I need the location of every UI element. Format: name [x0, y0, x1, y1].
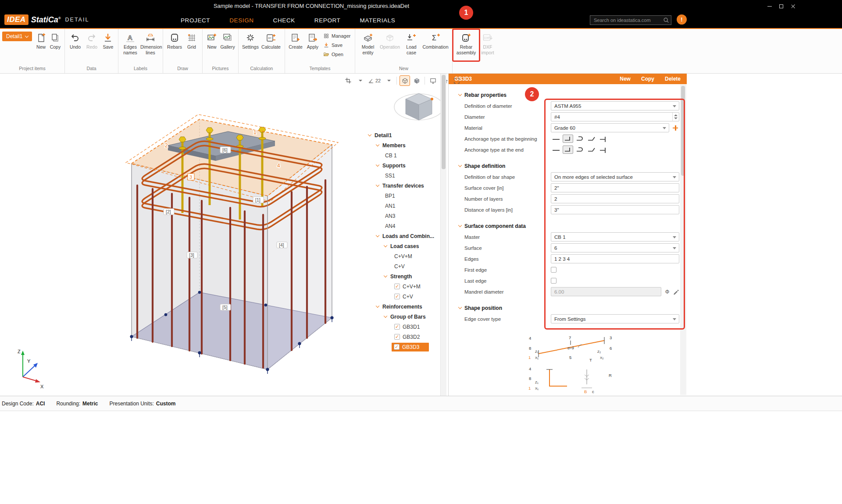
surface-cover-input[interactable]: [551, 183, 679, 192]
tree-item-cv[interactable]: C+V: [366, 261, 443, 271]
zoom-fit-button[interactable]: [451, 75, 462, 86]
crop-view-button[interactable]: [343, 75, 353, 86]
tree-item-bp1[interactable]: BP1: [366, 191, 443, 201]
tree-item-reinforcements[interactable]: Reinforcements: [366, 302, 443, 312]
chevron-down-icon[interactable]: [384, 273, 387, 277]
tree-item-strength-cv[interactable]: C+V: [366, 291, 443, 302]
anchorage-straight-icon[interactable]: [551, 135, 561, 143]
rotation-options-dropdown[interactable]: [383, 75, 394, 86]
save-button[interactable]: Save: [100, 30, 116, 59]
menu-check[interactable]: CHECK: [273, 17, 295, 24]
detail-tab-button[interactable]: Detail1: [2, 32, 32, 41]
chevron-down-icon[interactable]: [384, 314, 387, 317]
grid-button[interactable]: Grid: [184, 30, 199, 59]
bar-shape-select[interactable]: On more edges of selected surface: [551, 172, 679, 181]
properties-new-button[interactable]: New: [620, 76, 631, 82]
tree-item-supports[interactable]: Supports: [366, 160, 443, 170]
maximize-button[interactable]: [775, 0, 787, 12]
undo-button[interactable]: Undo: [67, 30, 83, 59]
rebars-button[interactable]: Rebars: [165, 30, 184, 59]
checkbox-checked[interactable]: [394, 344, 400, 350]
model-entity-button[interactable]: Model entity: [357, 30, 378, 59]
tree-item-cvm[interactable]: C+V+M: [366, 251, 443, 261]
tree-item-gb3d2[interactable]: GB3D2: [366, 332, 443, 342]
3d-viewport[interactable]: 1 2 4 3 [6] [1] [2] [3] [4] [5]: [0, 74, 448, 396]
chevron-down-icon[interactable]: [368, 132, 371, 136]
material-select[interactable]: Grade 60: [551, 123, 669, 132]
tree-item-an4[interactable]: AN4: [366, 221, 443, 231]
section-surface-component-data[interactable]: Surface component data: [449, 221, 680, 231]
first-edge-checkbox[interactable]: [551, 267, 557, 273]
checkbox-checked[interactable]: [394, 324, 400, 330]
tree-item-detail1[interactable]: Detail1: [366, 130, 443, 140]
tree-item-cb1[interactable]: CB 1: [366, 150, 443, 160]
picture-new-button[interactable]: New: [205, 30, 219, 59]
menu-report[interactable]: REPORT: [314, 17, 341, 24]
close-button[interactable]: [787, 0, 799, 12]
properties-scrollbar[interactable]: [680, 85, 686, 395]
viewport-scrollbar[interactable]: [440, 74, 446, 396]
copy-project-item-button[interactable]: Copy: [48, 30, 62, 59]
rebar-assembly-button[interactable]: 1 Rebar assembly: [455, 30, 478, 59]
gallery-button[interactable]: Gallery: [219, 30, 236, 59]
combination-button[interactable]: Σ Combination: [422, 30, 449, 59]
edit-pencil-icon[interactable]: [673, 288, 679, 295]
distance-of-layers-input[interactable]: [551, 205, 679, 214]
tree-item-group-of-bars[interactable]: Group of Bars: [366, 312, 443, 322]
tree-item-gb3d1[interactable]: GB3D1: [366, 322, 443, 332]
notification-badge[interactable]: !: [677, 14, 687, 25]
last-edge-checkbox[interactable]: [551, 278, 557, 284]
template-manager-button[interactable]: Manager: [323, 32, 350, 39]
tree-item-gb3d3-selected[interactable]: GB3D3: [366, 342, 443, 352]
properties-delete-button[interactable]: Delete: [665, 76, 681, 82]
new-project-item-button[interactable]: New: [34, 30, 47, 59]
master-select[interactable]: CB 1: [551, 232, 679, 241]
search-input[interactable]: [590, 15, 671, 25]
properties-copy-button[interactable]: Copy: [641, 76, 654, 82]
crop-options-dropdown[interactable]: [355, 75, 365, 86]
anchorage-hook90-icon[interactable]: [563, 146, 573, 154]
anchorage-headed-icon[interactable]: [598, 146, 609, 154]
checkbox-checked[interactable]: [394, 284, 400, 289]
number-of-layers-input[interactable]: [551, 194, 679, 203]
anchorage-hook135-icon[interactable]: [586, 146, 597, 154]
anchorage-headed-icon[interactable]: [598, 135, 609, 143]
menu-project[interactable]: PROJECT: [181, 17, 210, 24]
tree-item-strength-cvm[interactable]: C+V+M: [366, 281, 443, 291]
chevron-down-icon[interactable]: [384, 243, 387, 247]
minimize-button[interactable]: [764, 0, 775, 12]
surface-select[interactable]: 6: [551, 243, 679, 252]
anchorage-hook180-icon[interactable]: [574, 135, 585, 143]
settings-button[interactable]: Settings: [241, 30, 260, 59]
anchorage-hook180-icon[interactable]: [574, 146, 585, 154]
add-material-button[interactable]: [672, 124, 679, 131]
anchorage-hook90-icon[interactable]: [563, 135, 573, 143]
section-shape-definition[interactable]: Shape definition: [449, 161, 680, 171]
presentation-view-button[interactable]: [428, 75, 438, 86]
edges-names-button[interactable]: A Edges names: [121, 30, 140, 59]
tree-item-an3[interactable]: AN3: [366, 211, 443, 221]
chevron-down-icon[interactable]: [376, 183, 379, 186]
section-rebar-properties[interactable]: Rebar properties: [449, 90, 680, 100]
anchorage-straight-icon[interactable]: [551, 146, 561, 154]
load-case-button[interactable]: Load case: [401, 30, 421, 59]
template-open-button[interactable]: Open: [323, 51, 350, 58]
solid-view-button[interactable]: [411, 75, 422, 86]
chevron-down-icon[interactable]: [376, 163, 379, 166]
edge-cover-type-select[interactable]: From Settings: [551, 314, 679, 323]
tree-item-transfer-devices[interactable]: Transfer devices: [366, 181, 443, 191]
calculate-button[interactable]: x= Calculate: [260, 30, 282, 59]
checkbox-checked[interactable]: [394, 294, 400, 299]
wireframe-view-button[interactable]: [400, 75, 410, 86]
tree-item-load-cases[interactable]: Load cases: [366, 241, 443, 251]
stepper-arrows[interactable]: [672, 113, 679, 121]
scrollbar-thumb[interactable]: [681, 86, 685, 176]
definition-of-diameter-select[interactable]: ASTM A955: [551, 101, 679, 110]
scrollbar-thumb[interactable]: [442, 75, 446, 169]
create-template-button[interactable]: Create: [287, 30, 304, 59]
menu-materials[interactable]: MATERIALS: [360, 17, 395, 24]
navigation-cube[interactable]: [394, 93, 443, 120]
chevron-down-icon[interactable]: [376, 304, 379, 307]
chevron-down-icon[interactable]: [376, 142, 379, 146]
edges-input[interactable]: [551, 254, 679, 263]
